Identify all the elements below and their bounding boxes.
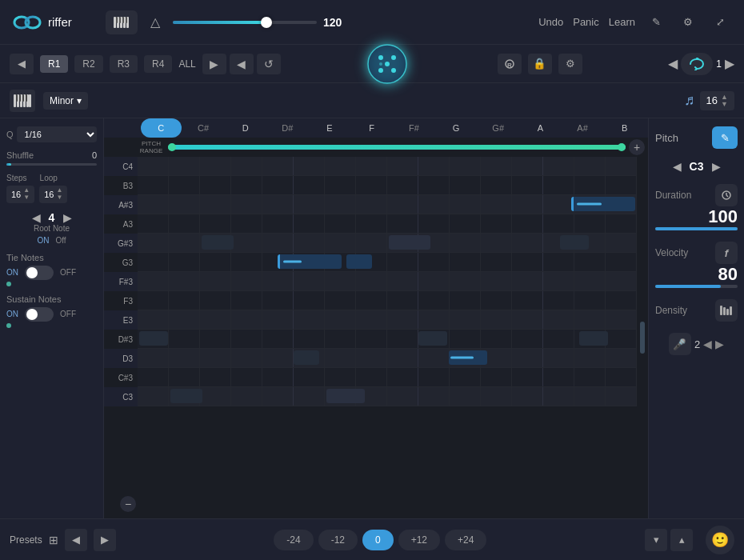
piano-mode-button[interactable]	[106, 10, 138, 34]
add-row-button[interactable]: +	[629, 139, 645, 155]
pitch-prev-button[interactable]: ◀	[673, 160, 682, 173]
bottom-prev-button[interactable]: ◀	[65, 529, 87, 551]
pencil-button[interactable]: ✎	[645, 11, 667, 34]
pitch-range-slider[interactable]	[168, 145, 626, 150]
back-button[interactable]: ◀	[10, 54, 34, 74]
quantize-select[interactable]: 1/16 1/8 1/4	[17, 126, 97, 142]
grid-row-c3	[138, 387, 637, 406]
chevron-up-button[interactable]: ▴	[670, 529, 693, 551]
note-key-fs[interactable]: F#	[394, 118, 434, 138]
grid-row-ds3	[138, 330, 637, 349]
loop-down-ctrl[interactable]: ▼	[56, 194, 62, 202]
loop-next-button[interactable]: ▶	[725, 56, 734, 71]
r-lock-button[interactable]: R	[498, 54, 522, 74]
rewind-button[interactable]: ◀	[230, 54, 254, 74]
sustain-notes-label: Sustain Notes	[6, 294, 97, 304]
bottom-right-controls: ▾ ▴	[645, 529, 693, 551]
tempo-slider[interactable]	[173, 21, 317, 24]
preset-chip-plus12[interactable]: +12	[398, 530, 440, 550]
note-key-gs[interactable]: G#	[478, 118, 518, 138]
face-button[interactable]: 🙂	[706, 526, 734, 554]
nav-controls: ▶ ◀ ↺	[202, 54, 281, 74]
note-key-as[interactable]: A#	[562, 118, 603, 138]
density-header-row: Density	[655, 299, 738, 322]
region-all-button[interactable]: ALL	[178, 58, 195, 70]
piano-keys-button[interactable]	[10, 90, 35, 112]
steps-down-button[interactable]: ▼	[721, 101, 728, 108]
settings-button[interactable]: ⚙	[677, 11, 699, 34]
note-key-b[interactable]: B	[604, 118, 645, 138]
pitch-next-button[interactable]: ▶	[712, 160, 721, 173]
steps-num-control: 16 ▲ ▼	[6, 186, 34, 203]
note-key-e[interactable]: E	[310, 118, 350, 138]
learn-button[interactable]: Learn	[609, 16, 635, 28]
pitch-row: Pitch ✎	[655, 126, 738, 149]
duration-slider-fill	[655, 227, 738, 230]
note-key-c[interactable]: C	[141, 118, 182, 138]
region-r2-button[interactable]: R2	[74, 55, 102, 73]
note-key-g[interactable]: G	[436, 118, 477, 138]
note-block-g3-1	[278, 254, 342, 269]
mic-button[interactable]: 🎤	[669, 333, 691, 355]
bottom-next-button[interactable]: ▶	[94, 529, 116, 551]
mic-next-button[interactable]: ▶	[715, 338, 724, 350]
note-key-f[interactable]: F	[351, 118, 392, 138]
tie-notes-toggle[interactable]	[25, 266, 54, 280]
grid-row-f3	[138, 291, 637, 310]
note-key-ds[interactable]: D#	[267, 118, 308, 138]
loop-prev-button[interactable]: ◀	[668, 56, 678, 71]
note-block-c3-1	[170, 389, 202, 403]
remove-row-button[interactable]: −	[120, 496, 136, 512]
scale-select[interactable]: Minor ▾	[43, 92, 88, 110]
lock-button[interactable]: 🔒	[528, 54, 552, 74]
preset-chip-minus12[interactable]: -12	[318, 530, 358, 550]
loop-toggle-button[interactable]: ↺	[257, 54, 281, 74]
note-block-gs3-3	[560, 235, 589, 250]
preset-chip-minus24[interactable]: -24	[274, 530, 313, 550]
density-icon-button[interactable]	[715, 299, 738, 322]
grid-row-d3	[138, 349, 637, 368]
pitch-range-row: PITCH RANGE +	[104, 138, 648, 157]
note-key-d[interactable]: D	[225, 118, 266, 138]
pitch-edit-button[interactable]: ✎	[712, 126, 738, 149]
dice-area[interactable]	[366, 43, 408, 85]
note-block-g3-2	[346, 254, 372, 269]
forward-button[interactable]: ▶	[202, 54, 226, 74]
scroll-thumb[interactable]	[640, 322, 645, 354]
quantize-row: Q 1/16 1/8 1/4	[6, 126, 97, 142]
panic-button[interactable]: Panic	[573, 16, 599, 28]
waveform-button[interactable]: △	[150, 14, 160, 30]
note-key-cs[interactable]: C#	[183, 118, 224, 138]
velocity-slider[interactable]	[655, 285, 738, 288]
region-r3-button[interactable]: R3	[110, 55, 138, 73]
duration-icon-button[interactable]	[715, 184, 738, 206]
preset-chip-0[interactable]: 0	[362, 530, 394, 550]
sustain-dot	[6, 323, 11, 328]
preset-chip-plus24[interactable]: +24	[445, 530, 486, 550]
mic-prev-button[interactable]: ◀	[703, 338, 712, 350]
presets-grid-icon[interactable]: ⊞	[49, 534, 58, 546]
expand-button[interactable]: ⤢	[709, 11, 731, 34]
r-icon: R	[504, 58, 515, 70]
shuffle-slider[interactable]	[6, 163, 97, 166]
note-key-a[interactable]: A	[520, 118, 561, 138]
region-r1-button[interactable]: R1	[40, 55, 68, 73]
duration-slider[interactable]	[655, 227, 738, 230]
undo-button[interactable]: Undo	[538, 16, 563, 28]
pitch-range-right-handle	[618, 143, 626, 151]
svg-text:R: R	[507, 62, 512, 69]
settings2-button[interactable]: ⚙	[558, 54, 582, 74]
velocity-section: Velocity f 80	[655, 242, 738, 288]
region-r4-button[interactable]: R4	[144, 55, 172, 73]
duration-section: Duration 100	[655, 184, 738, 230]
svg-point-17	[379, 62, 382, 66]
velocity-icon-button[interactable]: f	[715, 242, 738, 264]
steps-down-ctrl[interactable]: ▼	[23, 194, 30, 202]
pitch-label: Pitch	[655, 132, 678, 144]
root-note-next[interactable]: ▶	[63, 211, 72, 224]
root-note-prev[interactable]: ◀	[32, 211, 41, 224]
note-label-a3: A3	[104, 214, 138, 234]
app-name: riffer	[48, 15, 72, 29]
sustain-notes-toggle[interactable]	[25, 307, 54, 322]
chevron-down-button[interactable]: ▾	[645, 529, 667, 551]
